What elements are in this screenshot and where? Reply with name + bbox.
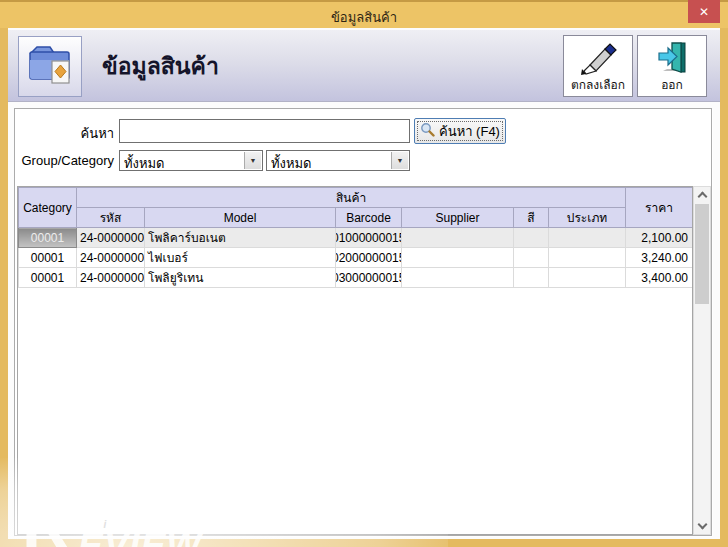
cell-category[interactable]: 00001: [19, 268, 77, 288]
product-folder-icon: [27, 43, 73, 91]
app-icon-box: [18, 36, 82, 97]
cell-type[interactable]: [549, 228, 626, 248]
cell-barcode[interactable]: 02000000015: [336, 248, 402, 268]
cell-supplier[interactable]: [402, 228, 514, 248]
cell-price[interactable]: 3,240.00: [626, 248, 693, 268]
scroll-up-icon[interactable]: [698, 192, 708, 202]
close-button[interactable]: ✕: [688, 0, 720, 23]
col-header-supplier[interactable]: Supplier: [402, 208, 514, 228]
scroll-down-icon[interactable]: [698, 520, 708, 530]
search-label: ค้นหา: [15, 123, 114, 144]
category-dropdown-value: ทั้งหมด: [271, 153, 389, 174]
window-title: ข้อมูลสินค้า: [0, 7, 728, 28]
title-bar[interactable]: ข้อมูลสินค้า: [0, 0, 728, 28]
col-header-category[interactable]: Category: [19, 188, 77, 228]
cell-code[interactable]: 24-000000000: [77, 268, 145, 288]
header-band: ข้อมูลสินค้า ตกลงเลือก: [8, 30, 720, 102]
category-dropdown[interactable]: ทั้งหมด ▼: [266, 150, 410, 171]
cell-model[interactable]: โพลิคาร์บอเนต: [145, 228, 336, 248]
cell-type[interactable]: [549, 268, 626, 288]
magnifier-icon: [420, 122, 435, 140]
col-header-model[interactable]: Model: [145, 208, 336, 228]
col-header-code[interactable]: รหัส: [77, 208, 145, 228]
exit-door-icon: [651, 39, 693, 78]
main-panel: ค้นหา ค้นหา (F4) Group/Category ทั้งหมด …: [14, 108, 712, 536]
col-header-color[interactable]: สี: [514, 208, 549, 228]
cell-supplier[interactable]: [402, 268, 514, 288]
table-row[interactable]: 00001 24-000000000 โพลิยูริเทน 030000000…: [19, 268, 693, 288]
products-table: Category สินค้า ราคา รหัส Model Barcode …: [18, 187, 693, 288]
cell-code[interactable]: 24-000000000: [77, 228, 145, 248]
select-ok-label: ตกลงเลือก: [571, 78, 625, 92]
cell-barcode[interactable]: 03000000015: [336, 268, 402, 288]
window-content: ข้อมูลสินค้า ตกลงเลือก: [8, 28, 720, 539]
exit-button[interactable]: ออก: [637, 35, 707, 97]
table-row[interactable]: 00001 24-000000000 โพลิคาร์บอเนต 0100000…: [19, 228, 693, 248]
chevron-down-icon[interactable]: ▼: [391, 152, 408, 169]
select-ok-button[interactable]: ตกลงเลือก: [563, 35, 633, 97]
cell-category[interactable]: 00001: [19, 228, 77, 248]
cell-code[interactable]: 24-000000000: [77, 248, 145, 268]
group-dropdown[interactable]: ทั้งหมด ▼: [119, 150, 263, 171]
cell-price[interactable]: 3,400.00: [626, 268, 693, 288]
cell-model[interactable]: โพลิยูริเทน: [145, 268, 336, 288]
search-button-label: ค้นหา (F4): [439, 121, 500, 142]
app-window: ข้อมูลสินค้า ✕ ข้อมูลสินค้า: [0, 0, 728, 547]
cell-model[interactable]: ไฟเบอร์: [145, 248, 336, 268]
cell-supplier[interactable]: [402, 248, 514, 268]
pen-check-icon: [577, 39, 619, 78]
cell-color[interactable]: [514, 248, 549, 268]
group-dropdown-value: ทั้งหมด: [124, 153, 242, 174]
products-grid: Category สินค้า ราคา รหัส Model Barcode …: [17, 186, 693, 535]
chevron-down-icon[interactable]: ▼: [244, 152, 261, 169]
group-category-label: Group/Category: [15, 153, 114, 168]
vertical-scrollbar[interactable]: [693, 186, 711, 535]
scrollbar-thumb[interactable]: [695, 204, 709, 304]
search-button[interactable]: ค้นหา (F4): [414, 118, 506, 144]
col-header-price[interactable]: ราคา: [626, 188, 693, 228]
page-title: ข้อมูลสินค้า: [102, 48, 219, 84]
search-input[interactable]: [119, 119, 410, 143]
cell-barcode[interactable]: 01000000015: [336, 228, 402, 248]
exit-label: ออก: [661, 78, 683, 92]
cell-type[interactable]: [549, 248, 626, 268]
close-icon: ✕: [699, 5, 709, 19]
cell-color[interactable]: [514, 228, 549, 248]
group-header-product: สินค้า: [77, 188, 626, 208]
cell-color[interactable]: [514, 268, 549, 288]
cell-price[interactable]: 2,100.00: [626, 228, 693, 248]
table-row[interactable]: 00001 24-000000000 ไฟเบอร์ 02000000015 3…: [19, 248, 693, 268]
col-header-type[interactable]: ประเภท: [549, 208, 626, 228]
col-header-barcode[interactable]: Barcode: [336, 208, 402, 228]
cell-category[interactable]: 00001: [19, 248, 77, 268]
